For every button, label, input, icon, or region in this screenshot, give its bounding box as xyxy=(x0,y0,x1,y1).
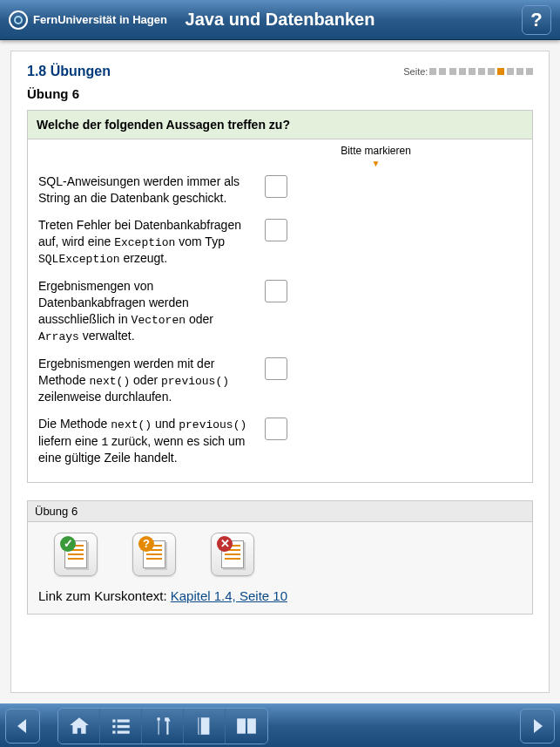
home-button[interactable] xyxy=(58,709,100,744)
question-row: Treten Fehler bei Datenbankabfragen auf,… xyxy=(38,212,522,273)
page-title: Java und Datenbanken xyxy=(186,10,375,30)
question-row: Ergebnismengen werden mit der Methode ne… xyxy=(38,350,522,411)
page-square[interactable] xyxy=(439,68,446,75)
hint-button[interactable]: ? xyxy=(132,533,176,576)
footer-panel-title: Übung 6 xyxy=(28,501,532,522)
page-square[interactable] xyxy=(478,68,485,75)
svg-rect-2 xyxy=(112,724,115,727)
content-area: 1.8 Übungen Seite: Übung 6 Welche der fo… xyxy=(10,51,550,693)
context-link[interactable]: Kapitel 1.4, Seite 10 xyxy=(171,588,287,603)
org-logo: FernUniversität in Hagen xyxy=(9,10,167,30)
document-reset-icon: ✕ xyxy=(221,540,244,568)
question-text: Die Methode next() und previous() liefer… xyxy=(38,416,247,466)
svg-rect-8 xyxy=(237,718,246,733)
page-square[interactable] xyxy=(526,68,533,75)
answer-checkbox[interactable] xyxy=(265,219,287,241)
org-name: FernUniversität in Hagen xyxy=(33,13,167,26)
svg-rect-7 xyxy=(199,717,200,735)
mark-hint: Bitte markieren xyxy=(38,145,522,157)
page-square[interactable] xyxy=(497,68,504,75)
tool-group xyxy=(57,708,268,744)
answer-checkbox[interactable] xyxy=(265,357,287,380)
page-square[interactable] xyxy=(449,68,456,75)
page-double-button[interactable] xyxy=(226,709,267,744)
question-text: SQL-Anweisungen werden immer als String … xyxy=(38,173,247,207)
svg-rect-1 xyxy=(117,719,129,722)
svg-rect-5 xyxy=(117,730,129,733)
section-title: 1.8 Übungen xyxy=(27,64,111,79)
question-row: Ergebnismengen von Datenbankabfragen wer… xyxy=(38,273,522,350)
exercise-footer-panel: Übung 6 ✓ ? ✕ Link zum Kurskontext: Kapi… xyxy=(27,500,533,615)
contents-button[interactable] xyxy=(100,709,142,744)
question-box: Welche der folgenden Aussagen treffen zu… xyxy=(27,110,533,483)
question-text: Ergebnismengen von Datenbankabfragen wer… xyxy=(38,278,247,345)
prev-button[interactable] xyxy=(5,709,40,744)
help-button[interactable]: ? xyxy=(522,5,551,35)
question-row: Die Methode next() und previous() liefer… xyxy=(38,411,522,472)
document-hint-icon: ? xyxy=(143,540,165,568)
tools-button[interactable] xyxy=(142,709,184,744)
page-square[interactable] xyxy=(459,68,466,75)
page-square[interactable] xyxy=(429,68,436,75)
svg-rect-4 xyxy=(112,730,115,733)
context-label: Link zum Kurskontext: xyxy=(38,588,171,603)
next-button[interactable] xyxy=(520,709,555,744)
page-indicator: Seite: xyxy=(403,66,533,77)
page-label: Seite: xyxy=(403,66,428,77)
document-check-icon: ✓ xyxy=(64,540,87,568)
question-prompt: Welche der folgenden Aussagen treffen zu… xyxy=(28,111,532,139)
exercise-subheading: Übung 6 xyxy=(27,86,533,101)
page-square[interactable] xyxy=(507,68,514,75)
logo-icon xyxy=(9,10,28,30)
svg-rect-3 xyxy=(117,724,129,727)
page-square[interactable] xyxy=(469,68,476,75)
down-arrow-icon: ▼ xyxy=(38,159,522,168)
page-square[interactable] xyxy=(488,68,495,75)
page-single-button[interactable] xyxy=(184,709,226,744)
course-context-link-row: Link zum Kurskontext: Kapitel 1.4, Seite… xyxy=(38,588,522,603)
svg-rect-9 xyxy=(247,718,256,733)
app-header: FernUniversität in Hagen Java und Datenb… xyxy=(0,0,560,40)
question-row: SQL-Anweisungen werden immer als String … xyxy=(38,168,522,212)
check-answer-button[interactable]: ✓ xyxy=(54,533,98,576)
answer-checkbox[interactable] xyxy=(265,175,287,198)
svg-rect-0 xyxy=(112,719,115,722)
question-text: Ergebnismengen werden mit der Methode ne… xyxy=(38,356,247,405)
answer-checkbox[interactable] xyxy=(265,418,287,440)
question-text: Treten Fehler bei Datenbankabfragen auf,… xyxy=(38,217,247,268)
reset-button[interactable]: ✕ xyxy=(211,533,254,576)
page-square[interactable] xyxy=(516,68,523,75)
answer-checkbox[interactable] xyxy=(265,280,287,302)
bottom-toolbar xyxy=(0,703,560,747)
